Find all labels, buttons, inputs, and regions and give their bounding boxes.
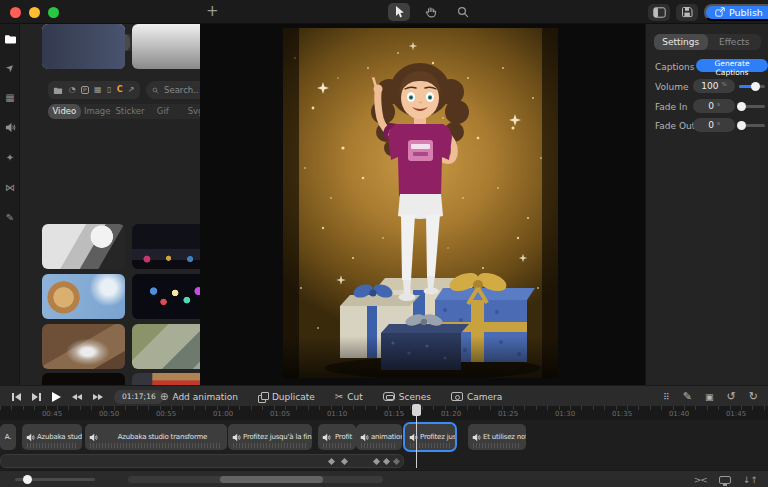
filter-svg[interactable]: Svg xyxy=(179,104,200,119)
playhead-line xyxy=(416,416,417,468)
clip-label: Azubaka stud xyxy=(35,433,82,441)
media-nav-folder-icon[interactable] xyxy=(0,33,20,45)
filter-gif[interactable]: Gif xyxy=(146,104,179,119)
publish-button[interactable]: Publish xyxy=(704,4,768,21)
rewind-button[interactable] xyxy=(72,394,82,400)
effects-nav-sparkles-icon[interactable]: ✦ xyxy=(0,152,20,163)
video-thumbnail[interactable] xyxy=(42,324,125,369)
video-stage[interactable] xyxy=(283,28,558,378)
timeline-zoom-slider[interactable] xyxy=(15,478,95,481)
add-scene-button[interactable]: + xyxy=(206,2,219,20)
audio-clip[interactable]: A. xyxy=(0,424,16,450)
select-tool-button[interactable] xyxy=(388,3,410,21)
fade-out-slider-knob[interactable] xyxy=(737,121,746,130)
preview-monitor-icon[interactable] xyxy=(719,476,731,484)
history-icon[interactable]: ◔ xyxy=(69,86,76,94)
playhead[interactable] xyxy=(412,404,421,468)
scenes-button[interactable]: Scenes xyxy=(383,392,431,402)
previous-scene-button[interactable] xyxy=(12,393,21,401)
keyframe-diamond-icon[interactable] xyxy=(328,458,335,465)
search-icon xyxy=(457,6,469,18)
next-scene-button[interactable] xyxy=(32,393,41,401)
duplicate-icon xyxy=(258,392,268,402)
timeline-ruler[interactable]: 00:45 00:50 00:55 01:00 01:05 01:10 01:1… xyxy=(0,406,768,420)
keyframe-diamond-icon[interactable] xyxy=(373,458,380,465)
audio-nav-speaker-icon[interactable] xyxy=(0,122,20,133)
video-thumbnail[interactable] xyxy=(42,373,125,385)
volume-slider-knob[interactable] xyxy=(751,82,760,91)
video-thumbnail[interactable] xyxy=(42,224,125,269)
video-thumbnail[interactable] xyxy=(42,24,125,69)
audio-clip[interactable]: Profit xyxy=(318,424,356,450)
audio-clip[interactable]: Profitez jusqu'à la fin xyxy=(228,424,312,450)
animation-track[interactable] xyxy=(0,454,404,468)
playhead-handle[interactable] xyxy=(412,404,421,416)
ruler-label: 00:55 xyxy=(156,410,176,418)
panel-toggle-button[interactable] xyxy=(648,4,670,21)
keyframe-diamond-icon[interactable] xyxy=(341,458,348,465)
window-titlebar: + xyxy=(0,0,768,24)
folder-icon[interactable] xyxy=(53,86,63,95)
volume-value-field[interactable]: 100 % xyxy=(693,79,735,93)
minimize-window-button[interactable] xyxy=(29,7,40,18)
pencil-marker-icon[interactable]: ✎ xyxy=(683,390,692,403)
generate-captions-button[interactable]: Generate Captions xyxy=(696,59,768,72)
fade-in-value-field[interactable]: 0 s xyxy=(693,99,735,113)
play-button[interactable] xyxy=(52,392,61,402)
add-animation-button[interactable]: ⊕ Add animation xyxy=(160,392,238,402)
video-thumbnail[interactable] xyxy=(132,373,200,385)
hand-tool-button[interactable] xyxy=(420,3,442,21)
fade-out-value-field[interactable]: 0 s xyxy=(693,118,735,132)
pixabay-icon[interactable]: P xyxy=(81,86,89,94)
duplicate-button[interactable]: Duplicate xyxy=(258,392,315,402)
save-button[interactable] xyxy=(676,4,698,21)
zoom-tool-button[interactable] xyxy=(452,3,474,21)
track-layout-icon[interactable]: ⠿ xyxy=(663,392,670,402)
video-thumbnail[interactable] xyxy=(132,224,200,269)
undo-icon[interactable]: ↺ xyxy=(727,390,736,403)
filter-image[interactable]: Image xyxy=(81,104,114,119)
fade-out-slider[interactable] xyxy=(739,124,765,127)
fast-forward-button[interactable] xyxy=(93,394,103,400)
upload-icon[interactable]: ↗ xyxy=(128,86,135,94)
cut-button[interactable]: ✂ Cut xyxy=(335,392,363,402)
volume-slider[interactable] xyxy=(739,85,765,88)
collapse-tracks-icon[interactable]: >< xyxy=(694,475,707,485)
keyframe-panel-icon[interactable]: ▣ xyxy=(705,392,714,402)
video-thumbnail[interactable] xyxy=(132,274,200,319)
publish-label: Publish xyxy=(729,7,763,18)
tab-settings[interactable]: Settings xyxy=(654,34,708,50)
redo-icon[interactable]: ↻ xyxy=(749,390,758,403)
search-input[interactable] xyxy=(162,84,200,96)
fade-in-slider-knob[interactable] xyxy=(737,102,746,111)
camera-button[interactable]: Camera xyxy=(451,392,502,402)
tab-effects[interactable]: Effects xyxy=(708,34,762,50)
filter-sticker[interactable]: Sticker xyxy=(114,104,147,119)
stock-media-icon[interactable]: ▦ xyxy=(94,86,102,94)
scrollbar-thumb[interactable] xyxy=(220,476,323,483)
audio-clip[interactable]: animation xyxy=(356,424,402,450)
clip-label: Et utilisez not xyxy=(481,433,526,441)
video-thumbnail[interactable] xyxy=(132,324,200,369)
fade-in-slider[interactable] xyxy=(739,105,765,108)
audio-clip[interactable]: Et utilisez not xyxy=(468,424,526,450)
audio-clip[interactable]: Azubaka studio transforme xyxy=(85,424,227,450)
video-thumbnail[interactable] xyxy=(42,274,125,319)
preview-canvas[interactable] xyxy=(200,24,645,385)
timeline-scrollbar[interactable] xyxy=(128,476,383,483)
maximize-window-button[interactable] xyxy=(48,7,59,18)
zoom-slider-knob[interactable] xyxy=(23,475,32,484)
audio-clip[interactable]: Azubaka stud xyxy=(22,424,82,450)
video-thumbnail[interactable] xyxy=(132,24,200,69)
close-window-button[interactable] xyxy=(10,7,21,18)
characters-nav-pencil-icon[interactable]: ✎ xyxy=(0,212,20,223)
file-icon[interactable]: ▯ xyxy=(107,86,111,94)
sort-tracks-icon[interactable]: ↓↑ xyxy=(743,475,758,485)
keyframe-diamond-icon[interactable] xyxy=(383,458,390,465)
brand-library-icon[interactable]: C xyxy=(117,86,123,94)
marker-icon[interactable] xyxy=(393,458,400,465)
templates-nav-grid-icon[interactable]: ▦ xyxy=(0,92,20,103)
animations-nav-rocket-icon[interactable]: ➤ xyxy=(0,57,21,79)
transitions-nav-icon[interactable]: ⋈ xyxy=(0,182,20,193)
filter-video[interactable]: Video xyxy=(48,104,81,119)
